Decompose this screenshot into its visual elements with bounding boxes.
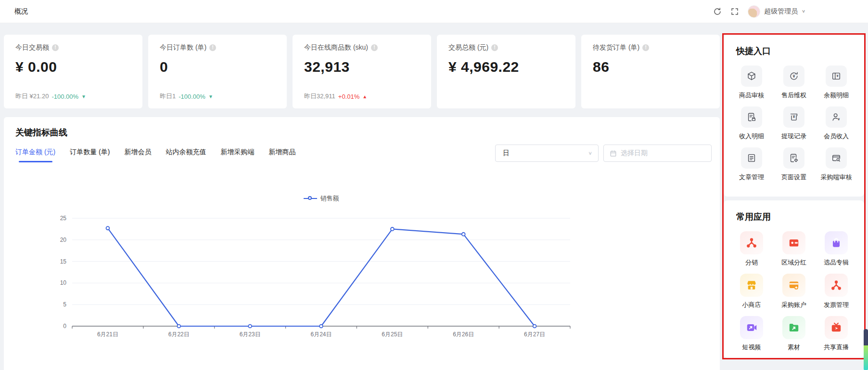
chart-tab[interactable]: 新增会员 xyxy=(124,148,151,162)
quick-entry-item[interactable]: 收入明细 xyxy=(730,106,773,141)
quick-entry-item[interactable]: ¥会员收入 xyxy=(815,106,857,141)
user-menu[interactable]: 超级管理员 ∨ xyxy=(748,5,805,18)
info-icon[interactable]: ! xyxy=(491,44,498,51)
app-item[interactable]: 选品专辑 xyxy=(815,231,857,267)
data-point xyxy=(248,325,252,328)
chart-tab[interactable]: 站内余额充值 xyxy=(166,148,206,162)
data-point xyxy=(106,226,110,230)
app-item[interactable]: 发票管理 xyxy=(815,274,857,309)
data-point xyxy=(177,325,180,328)
x-axis-tick-label: 6月22日 xyxy=(168,331,190,338)
y-axis-tick-label: 5 xyxy=(63,301,66,308)
stat-card: 今日交易额!¥ 0.00昨日 ¥21.20-100.00%▼ xyxy=(4,35,142,108)
content-area: 今日交易额!¥ 0.00昨日 ¥21.20-100.00%▼今日订单数 (单)!… xyxy=(0,23,868,370)
stat-cards-row: 今日交易额!¥ 0.00昨日 ¥21.20-100.00%▼今日订单数 (单)!… xyxy=(4,35,720,108)
app-item[interactable]: 短视频 xyxy=(730,316,773,352)
triangle-down-icon: ▼ xyxy=(208,94,213,99)
scrollbar-thumb[interactable] xyxy=(864,329,868,345)
period-select[interactable]: 日 ∨ xyxy=(495,145,599,162)
main-column: 今日交易额!¥ 0.00昨日 ¥21.20-100.00%▼今日订单数 (单)!… xyxy=(4,35,720,370)
chart-tab[interactable]: 订单金额 (元) xyxy=(15,148,55,162)
user-name: 超级管理员 xyxy=(764,7,798,16)
app-item[interactable]: 区域分红 xyxy=(773,231,815,267)
refresh-icon[interactable] xyxy=(713,7,722,16)
y-axis-tick-label: 15 xyxy=(60,258,67,265)
info-icon[interactable]: ! xyxy=(642,44,649,51)
stat-label-text: 今日订单数 (单) xyxy=(160,43,206,52)
sales-line-chart: 05101520256月21日6月22日6月23日6月24日6月25日6月26日… xyxy=(4,207,719,351)
app-item[interactable]: 分销 xyxy=(730,231,773,267)
article-doc-icon xyxy=(741,147,762,169)
quick-entry-item[interactable]: 商品审核 xyxy=(730,66,773,100)
topbar-actions: 超级管理员 ∨ xyxy=(713,5,805,18)
chart-tab[interactable]: 订单数量 (单) xyxy=(70,148,110,162)
app-item[interactable]: 素材 xyxy=(773,316,815,352)
quick-entry-label: 售后维权 xyxy=(781,91,806,100)
legend-line-marker-icon xyxy=(304,196,317,201)
stat-card: 待发货订单 (单)!86 xyxy=(581,35,720,108)
date-picker-input[interactable]: 选择日期 xyxy=(603,145,712,162)
stat-card: 今日在线商品数 (sku)!32,913昨日32,911+0.01%▲ xyxy=(293,35,431,108)
user-avatar xyxy=(748,5,760,18)
page-scrollbar xyxy=(864,329,868,370)
x-axis-tick-label: 6月27日 xyxy=(524,331,545,338)
stat-label-text: 今日在线商品数 (sku) xyxy=(304,43,368,52)
app-item[interactable]: 小商店 xyxy=(730,274,773,309)
x-axis-tick-label: 6月24日 xyxy=(310,331,332,338)
app-label: 素材 xyxy=(788,343,800,352)
info-icon[interactable]: ! xyxy=(371,44,378,51)
quick-entry-item[interactable]: ¥售后维权 xyxy=(773,66,815,100)
calendar-icon xyxy=(610,150,617,157)
quick-entry-item[interactable]: 文章管理 xyxy=(730,147,773,182)
material-folder-icon xyxy=(782,316,805,339)
stat-card-value: 32,913 xyxy=(304,59,420,75)
wallet-icon xyxy=(782,231,805,254)
app-item[interactable]: 共享直播 xyxy=(815,316,857,352)
quick-entry-item[interactable]: ¥余额明细 xyxy=(815,66,857,100)
chart-legend: 销售额 xyxy=(72,194,570,203)
quick-entry-label: 采购端审核 xyxy=(821,173,852,182)
stat-card-footer: 昨日 ¥21.20-100.00%▼ xyxy=(15,92,86,101)
svg-text:¥: ¥ xyxy=(793,115,795,119)
quick-entry-item[interactable]: ¥提现记录 xyxy=(773,106,815,141)
chart-tab[interactable]: 新增商品 xyxy=(268,148,295,162)
app-label: 选品专辑 xyxy=(824,258,849,267)
page-gear-icon xyxy=(783,147,804,169)
app-item[interactable]: 采购账户 xyxy=(773,274,815,309)
stat-card-label: 交易总额 (元)! xyxy=(448,43,564,52)
withdraw-icon: ¥ xyxy=(783,106,804,128)
data-point xyxy=(462,233,465,236)
change-percent: +0.01% xyxy=(338,93,359,100)
info-icon[interactable]: ! xyxy=(52,44,59,51)
app-label: 分销 xyxy=(745,258,758,267)
balance-ledger-icon: ¥ xyxy=(826,66,847,87)
data-point xyxy=(319,325,323,328)
chart-tabs: 订单金额 (元)订单数量 (单)新增会员站内余额充值新增采购端新增商品 xyxy=(15,148,295,162)
stat-card-label: 今日订单数 (单)! xyxy=(160,43,275,52)
stat-label-text: 待发货订单 (单) xyxy=(593,43,639,52)
quick-entry-item[interactable]: 采购端审核 xyxy=(815,147,857,182)
right-sidebar-highlighted: 快捷入口 商品审核¥售后维权¥余额明细收入明细¥提现记录¥会员收入文章管理页面设… xyxy=(724,35,864,358)
refund-cycle-icon: ¥ xyxy=(783,66,804,87)
data-point xyxy=(533,325,536,328)
scrollbar-indicator xyxy=(864,345,868,370)
quick-entry-card: 快捷入口 商品审核¥售后维权¥余额明细收入明细¥提现记录¥会员收入文章管理页面设… xyxy=(724,35,864,197)
quick-entry-grid: 商品审核¥售后维权¥余额明细收入明细¥提现记录¥会员收入文章管理页面设置采购端审… xyxy=(730,66,857,182)
live-tv-icon xyxy=(825,316,848,339)
fullscreen-icon[interactable] xyxy=(730,7,739,16)
purchase-card-icon xyxy=(782,274,805,297)
legend-item-sales[interactable]: 销售额 xyxy=(304,194,339,203)
stat-card-value: 86 xyxy=(593,59,708,75)
app-label: 小商店 xyxy=(742,301,761,309)
quick-entry-label: 文章管理 xyxy=(739,173,764,182)
common-apps-title: 常用应用 xyxy=(736,211,857,223)
chart-tab[interactable]: 新增采购端 xyxy=(220,148,254,162)
quick-entry-item[interactable]: 页面设置 xyxy=(773,147,815,182)
stat-card: 今日订单数 (单)!0昨日1-100.00%▼ xyxy=(148,35,287,108)
y-axis-tick-label: 10 xyxy=(60,279,67,286)
invoice-network-icon xyxy=(825,274,848,297)
shop-icon xyxy=(740,274,763,297)
quick-entry-label: 收入明细 xyxy=(739,132,764,141)
info-icon[interactable]: ! xyxy=(209,44,216,51)
chart-panel-title: 关键指标曲线 xyxy=(15,127,67,138)
